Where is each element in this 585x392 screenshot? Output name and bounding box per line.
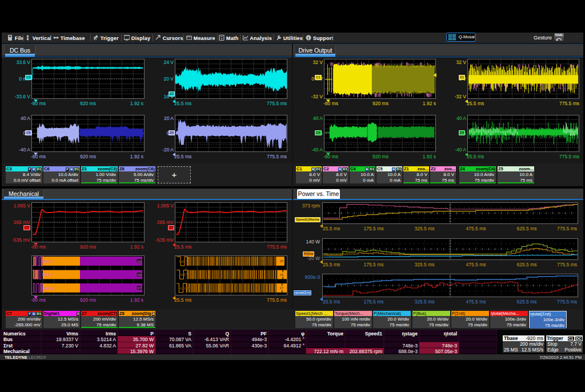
svg-text:Hall V: Hall V — [179, 273, 189, 277]
svg-text:Hall W: Hall W — [179, 286, 190, 290]
svg-text:Hall V: Hall V — [42, 273, 53, 277]
svg-text:i: i — [307, 35, 308, 41]
svg-text:D7: D7 — [280, 286, 284, 290]
svg-text:Hall U: Hall U — [179, 259, 189, 263]
svg-text:D7: D7 — [138, 286, 142, 290]
svg-text:Hall W: Hall W — [42, 286, 54, 290]
svg-text:D5: D5 — [280, 259, 284, 263]
svg-text:Hall U: Hall U — [42, 259, 53, 263]
svg-text:D6: D6 — [138, 273, 142, 277]
svg-text:D6: D6 — [280, 273, 284, 277]
svg-text:D5: D5 — [138, 260, 142, 263]
